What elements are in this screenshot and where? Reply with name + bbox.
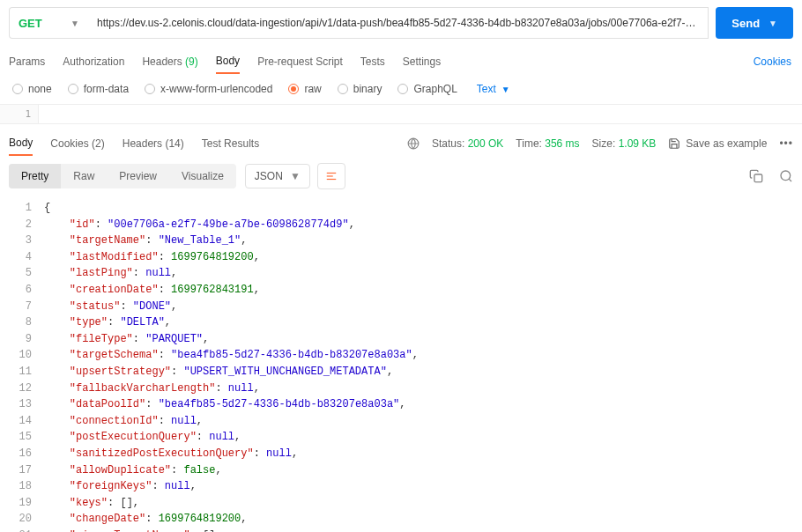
- format-label: JSON: [255, 170, 283, 182]
- tab-settings[interactable]: Settings: [403, 50, 441, 73]
- radio-none-label: none: [28, 83, 52, 95]
- resp-headers-count: (14): [165, 137, 183, 150]
- chevron-down-icon: ▼: [501, 85, 510, 94]
- resp-tab-tests[interactable]: Test Results: [202, 132, 259, 155]
- view-mode-segment: Pretty Raw Preview Visualize: [9, 164, 236, 188]
- search-icon: [779, 169, 793, 183]
- resp-tab-headers[interactable]: Headers (14): [123, 132, 184, 155]
- radio-binary[interactable]: binary: [338, 83, 382, 95]
- radio-xwww-label: x-www-form-urlencoded: [160, 83, 272, 95]
- tab-authorization[interactable]: Authorization: [63, 50, 124, 73]
- view-pretty[interactable]: Pretty: [9, 164, 61, 188]
- chevron-down-icon: ▼: [290, 170, 301, 182]
- view-raw[interactable]: Raw: [61, 164, 107, 188]
- wrap-icon: [325, 170, 338, 182]
- format-select[interactable]: JSON ▼: [245, 164, 310, 188]
- request-body-editor[interactable]: [39, 105, 802, 123]
- chevron-down-icon: ▼: [71, 18, 79, 28]
- radio-raw-label: raw: [304, 83, 321, 95]
- view-preview[interactable]: Preview: [107, 164, 169, 188]
- radio-form-label: form-data: [84, 83, 129, 95]
- resp-tab-body[interactable]: Body: [9, 131, 33, 156]
- send-button[interactable]: Send ▼: [716, 7, 793, 39]
- copy-button[interactable]: [749, 169, 763, 183]
- resp-headers-label: Headers: [123, 137, 162, 150]
- tab-headers[interactable]: Headers (9): [142, 50, 197, 73]
- request-editor-gutter: 1: [0, 105, 39, 123]
- save-icon: [668, 137, 680, 150]
- resp-tab-cookies[interactable]: Cookies (2): [50, 132, 104, 155]
- resp-cookies-count: (2): [92, 137, 105, 150]
- body-text-type-select[interactable]: Text ▼: [477, 83, 510, 95]
- tab-params[interactable]: Params: [9, 50, 45, 73]
- status-block: Status: 200 OK: [432, 137, 503, 150]
- time-block: Time: 356 ms: [516, 137, 579, 150]
- tab-tests[interactable]: Tests: [360, 50, 385, 73]
- globe-icon[interactable]: [407, 137, 420, 150]
- resp-cookies-label: Cookies: [50, 137, 88, 150]
- radio-raw[interactable]: raw: [288, 83, 321, 95]
- http-method-label: GET: [19, 17, 42, 30]
- save-example-label: Save as example: [686, 137, 767, 150]
- radio-graphql-label: GraphQL: [413, 83, 457, 95]
- radio-form-data[interactable]: form-data: [68, 83, 129, 95]
- svg-point-5: [781, 171, 791, 181]
- radio-none[interactable]: none: [12, 83, 52, 95]
- tab-body[interactable]: Body: [216, 49, 240, 74]
- cookies-link[interactable]: Cookies: [754, 55, 791, 68]
- chevron-down-icon: ▼: [769, 18, 777, 28]
- wrap-lines-button[interactable]: [317, 163, 345, 189]
- send-button-label: Send: [731, 17, 760, 30]
- headers-count: (9): [185, 55, 198, 68]
- svg-rect-4: [754, 174, 762, 182]
- more-icon[interactable]: •••: [779, 137, 793, 150]
- http-method-select[interactable]: GET ▼: [9, 7, 88, 39]
- svg-line-6: [789, 179, 791, 181]
- radio-graphql[interactable]: GraphQL: [397, 83, 457, 95]
- response-gutter: 1234567891011121314151617181920212223242…: [0, 196, 39, 532]
- search-button[interactable]: [779, 169, 793, 183]
- save-as-example-button[interactable]: Save as example: [668, 137, 767, 150]
- radio-xwww[interactable]: x-www-form-urlencoded: [145, 83, 272, 95]
- response-body[interactable]: { "id": "00e7706a-e2f7-49be-a7be-6098628…: [39, 196, 802, 532]
- url-input[interactable]: [88, 7, 709, 39]
- copy-icon: [749, 169, 763, 183]
- tab-prerequest[interactable]: Pre-request Script: [257, 50, 343, 73]
- tab-headers-label: Headers: [142, 55, 182, 68]
- radio-binary-label: binary: [353, 83, 382, 95]
- text-type-label: Text: [477, 83, 496, 95]
- view-visualize[interactable]: Visualize: [169, 164, 236, 188]
- size-block: Size: 1.09 KB: [592, 137, 657, 150]
